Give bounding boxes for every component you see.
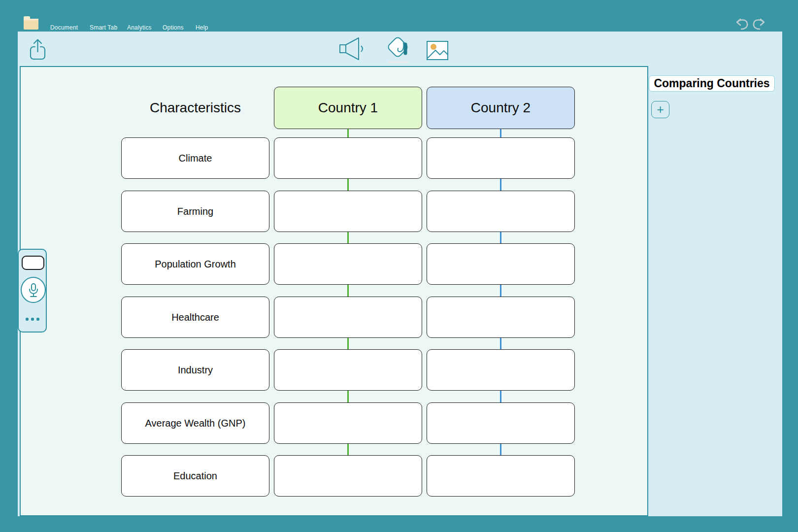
cell-country2-farming[interactable] bbox=[427, 191, 575, 232]
characteristics-header[interactable]: Characteristics bbox=[121, 87, 269, 129]
row-label-industry[interactable]: Industry bbox=[121, 349, 269, 391]
row-label-population-growth[interactable]: Population Growth bbox=[121, 243, 269, 285]
row-label-climate[interactable]: Climate bbox=[121, 137, 269, 179]
folder-icon[interactable] bbox=[24, 19, 38, 30]
row-label-healthcare[interactable]: Healthcare bbox=[121, 297, 269, 338]
cell-country1-average-wealth[interactable] bbox=[274, 402, 422, 444]
cell-country2-industry[interactable] bbox=[427, 349, 575, 391]
row-label-farming[interactable]: Farming bbox=[121, 191, 269, 232]
cell-country1-industry[interactable] bbox=[274, 349, 422, 391]
cell-country1-population-growth[interactable] bbox=[274, 243, 422, 285]
country2-header[interactable]: Country 2 bbox=[427, 87, 575, 129]
cell-country1-climate[interactable] bbox=[274, 137, 422, 179]
cell-country2-climate[interactable] bbox=[427, 137, 575, 179]
redo-icon[interactable] bbox=[751, 18, 767, 31]
share-icon[interactable] bbox=[29, 38, 47, 61]
cell-country2-average-wealth[interactable] bbox=[427, 402, 575, 444]
menu-analytics[interactable]: Analytics bbox=[127, 24, 152, 31]
selected-tool-indicator bbox=[388, 61, 409, 63]
undo-icon[interactable] bbox=[734, 18, 750, 31]
row-label-average-wealth[interactable]: Average Wealth (GNP) bbox=[121, 402, 269, 444]
country1-header[interactable]: Country 1 bbox=[274, 87, 422, 129]
cell-country1-education[interactable] bbox=[274, 455, 422, 497]
document-title-tab[interactable]: Comparing Countries bbox=[649, 75, 775, 92]
blank-tool-button[interactable] bbox=[22, 256, 44, 270]
cell-country2-population-growth[interactable] bbox=[427, 243, 575, 285]
menu-smart-tab[interactable]: Smart Tab bbox=[90, 24, 117, 31]
cell-country1-healthcare[interactable] bbox=[274, 297, 422, 338]
cell-country2-education[interactable] bbox=[427, 455, 575, 497]
image-icon[interactable] bbox=[427, 41, 448, 60]
plus-icon[interactable]: + bbox=[651, 101, 669, 118]
more-dots-icon[interactable] bbox=[26, 318, 39, 321]
cell-country2-healthcare[interactable] bbox=[427, 297, 575, 338]
menu-document[interactable]: Document bbox=[50, 24, 78, 31]
menu-options[interactable]: Options bbox=[163, 24, 184, 31]
speaker-icon[interactable] bbox=[339, 37, 366, 61]
row-label-education[interactable]: Education bbox=[121, 455, 269, 497]
paint-fill-icon[interactable] bbox=[386, 35, 413, 62]
menu-help[interactable]: Help bbox=[196, 24, 208, 31]
cell-country1-farming[interactable] bbox=[274, 191, 422, 232]
document-canvas bbox=[20, 66, 648, 516]
microphone-icon[interactable] bbox=[21, 277, 46, 303]
